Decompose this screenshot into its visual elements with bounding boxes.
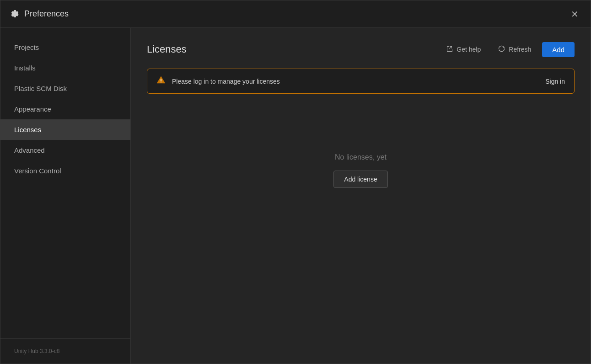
gear-icon — [10, 9, 19, 20]
sidebar-item-label: Appearance — [14, 105, 51, 113]
header-actions: Get help Refresh Add — [440, 42, 575, 57]
content-area: Licenses Get help — [131, 28, 591, 364]
refresh-button[interactable]: Refresh — [492, 42, 537, 57]
warning-triangle-icon — [156, 75, 166, 87]
warning-message: Please log in to manage your licenses — [172, 78, 280, 85]
sidebar-item-plastic-scm-disk[interactable]: Plastic SCM Disk — [0, 78, 130, 99]
refresh-icon — [498, 45, 505, 54]
window-title: Preferences — [24, 9, 69, 19]
sidebar-item-label: Version Control — [14, 167, 61, 175]
add-button[interactable]: Add — [542, 42, 575, 57]
external-link-icon — [446, 46, 453, 54]
sidebar: Projects Installs Plastic SCM Disk Appea… — [0, 28, 131, 364]
add-license-button[interactable]: Add license — [333, 171, 387, 188]
sidebar-item-label: Licenses — [14, 126, 41, 134]
title-bar: Preferences ✕ — [0, 0, 591, 28]
sidebar-item-installs[interactable]: Installs — [0, 58, 130, 78]
preferences-window: Preferences ✕ Projects Installs Plastic … — [0, 0, 591, 364]
sidebar-item-version-control[interactable]: Version Control — [0, 161, 130, 181]
close-button[interactable]: ✕ — [568, 7, 581, 21]
main-layout: Projects Installs Plastic SCM Disk Appea… — [0, 28, 591, 364]
sidebar-item-advanced[interactable]: Advanced — [0, 140, 130, 161]
page-title: Licenses — [147, 43, 187, 55]
get-help-button[interactable]: Get help — [440, 42, 487, 57]
sidebar-nav: Projects Installs Plastic SCM Disk Appea… — [0, 28, 130, 338]
sidebar-item-label: Installs — [14, 64, 36, 72]
empty-state: No licenses, yet Add license — [147, 107, 575, 234]
get-help-label: Get help — [457, 46, 481, 53]
sidebar-item-licenses[interactable]: Licenses — [0, 119, 130, 140]
empty-state-message: No licenses, yet — [335, 153, 387, 161]
sidebar-footer: Unity Hub 3.3.0-c8 — [0, 338, 130, 364]
sidebar-item-projects[interactable]: Projects — [0, 37, 130, 58]
add-label: Add — [552, 46, 564, 54]
svg-point-0 — [161, 82, 161, 83]
warning-banner: Please log in to manage your licenses Si… — [147, 69, 575, 94]
sign-in-link[interactable]: Sign in — [545, 78, 565, 85]
refresh-label: Refresh — [509, 46, 531, 53]
sidebar-item-label: Projects — [14, 43, 39, 51]
version-label: Unity Hub 3.3.0-c8 — [14, 348, 59, 354]
sidebar-item-appearance[interactable]: Appearance — [0, 99, 130, 119]
warning-banner-left: Please log in to manage your licenses — [156, 75, 280, 87]
sidebar-item-label: Advanced — [14, 146, 45, 154]
content-header: Licenses Get help — [147, 42, 575, 57]
sidebar-item-label: Plastic SCM Disk — [14, 85, 67, 92]
title-bar-left: Preferences — [10, 9, 69, 20]
